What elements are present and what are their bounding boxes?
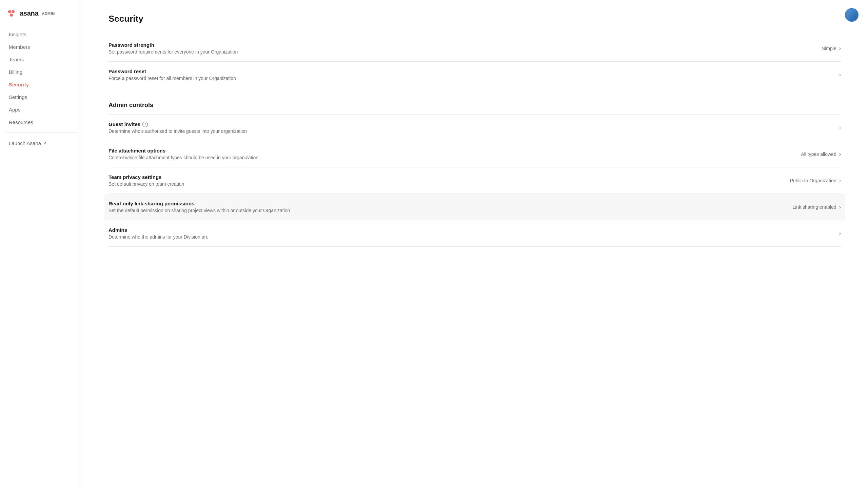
team-privacy-settings-left: Team privacy settingsSet default privacy… [108, 174, 787, 187]
sidebar-item-settings[interactable]: Settings [4, 91, 77, 103]
asana-dots-icon [8, 10, 18, 17]
guest-invites-right: › [787, 125, 841, 131]
password-strength-chevron: › [839, 45, 841, 52]
admins-row[interactable]: AdminsDetermine who the admins for your … [108, 220, 841, 247]
team-privacy-settings-right: Public to Organization› [787, 178, 841, 184]
sidebar-item-members[interactable]: Members [4, 41, 77, 53]
team-privacy-settings-title: Team privacy settings [108, 174, 787, 180]
read-only-link-sharing-right: Link sharing enabled› [787, 204, 841, 210]
asana-logo: asana [8, 9, 38, 17]
admin-controls-rows: Guest invitesiDetermine who's authorized… [108, 114, 841, 247]
user-avatar[interactable] [845, 8, 859, 22]
launch-asana-label: Launch Asana [9, 140, 41, 146]
password-reset-right: › [787, 72, 841, 78]
guest-invites-left: Guest invitesiDetermine who's authorized… [108, 121, 787, 134]
sidebar-item-teams[interactable]: Teams [4, 53, 77, 66]
password-reset-chevron: › [839, 72, 841, 78]
dot-bottom [10, 14, 13, 17]
guest-invites-info-icon: i [142, 122, 148, 127]
admin-badge: ADMIN [42, 12, 55, 16]
password-strength-right: Simple › [787, 45, 841, 52]
read-only-link-sharing-left: Read-only link sharing permissionsSet th… [108, 201, 787, 213]
asana-wordmark: asana [20, 9, 38, 17]
admins-left: AdminsDetermine who the admins for your … [108, 227, 787, 240]
read-only-link-sharing-row[interactable]: Read-only link sharing permissionsSet th… [104, 194, 845, 220]
sidebar-divider [4, 133, 77, 133]
logo-area: asana ADMIN [0, 0, 81, 28]
admins-right: › [787, 230, 841, 237]
password-reset-left: Password reset Force a password reset fo… [108, 68, 787, 81]
admins-title: Admins [108, 227, 787, 233]
sidebar-item-billing[interactable]: Billing [4, 66, 77, 78]
guest-invites-row[interactable]: Guest invitesiDetermine who's authorized… [108, 114, 841, 141]
password-reset-title: Password reset [108, 68, 787, 74]
sidebar-item-resources[interactable]: Resources [4, 116, 77, 128]
password-strength-value: Simple [822, 46, 836, 51]
admin-controls-section: Admin controls Guest invitesiDetermine w… [108, 102, 841, 247]
team-privacy-settings-chevron: › [839, 178, 841, 184]
page-title: Security [108, 14, 841, 24]
sidebar: asana ADMIN InsightsMembersTeamsBillingS… [0, 0, 81, 488]
sidebar-item-apps[interactable]: Apps [4, 103, 77, 116]
password-reset-desc: Force a password reset for all members i… [108, 76, 787, 81]
password-strength-left: Password strength Set password requireme… [108, 42, 787, 55]
file-attachment-options-chevron: › [839, 151, 841, 157]
launch-asana-link[interactable]: Launch Asana ↗ [4, 137, 77, 149]
main-nav: InsightsMembersTeamsBillingSecuritySetti… [0, 28, 81, 128]
file-attachment-options-desc: Control which file attachment types shou… [108, 155, 787, 160]
password-strength-row[interactable]: Password strength Set password requireme… [108, 35, 841, 62]
user-avatar-area [845, 8, 859, 22]
read-only-link-sharing-title: Read-only link sharing permissions [108, 201, 787, 206]
admins-chevron: › [839, 230, 841, 237]
avatar-image [845, 8, 859, 22]
file-attachment-options-right: All types allowed› [787, 151, 841, 157]
password-strength-desc: Set password requirements for everyone i… [108, 49, 787, 55]
team-privacy-settings-row[interactable]: Team privacy settingsSet default privacy… [108, 167, 841, 194]
password-section: Password strength Set password requireme… [108, 35, 841, 88]
admin-controls-heading: Admin controls [108, 102, 841, 109]
read-only-link-sharing-chevron: › [839, 204, 841, 210]
guest-invites-desc: Determine who's authorized to invite gue… [108, 128, 787, 134]
dot-top-left [8, 10, 11, 13]
file-attachment-options-title: File attachment options [108, 148, 787, 154]
main-content: Security Password strength Set password … [81, 0, 868, 488]
guest-invites-title: Guest invitesi [108, 121, 787, 127]
external-link-icon: ↗ [43, 141, 46, 146]
guest-invites-chevron: › [839, 125, 841, 131]
team-privacy-settings-value: Public to Organization [790, 178, 836, 183]
file-attachment-options-value: All types allowed [801, 151, 836, 157]
admins-desc: Determine who the admins for your Divisi… [108, 234, 787, 240]
team-privacy-settings-desc: Set default privacy on team creation [108, 181, 787, 187]
password-reset-row[interactable]: Password reset Force a password reset fo… [108, 62, 841, 88]
sidebar-item-security[interactable]: Security [4, 78, 77, 91]
read-only-link-sharing-value: Link sharing enabled [792, 204, 836, 210]
sidebar-item-insights[interactable]: Insights [4, 28, 77, 41]
file-attachment-options-row[interactable]: File attachment optionsControl which fil… [108, 141, 841, 167]
password-strength-title: Password strength [108, 42, 787, 48]
file-attachment-options-left: File attachment optionsControl which fil… [108, 148, 787, 160]
read-only-link-sharing-desc: Set the default permission on sharing pr… [108, 208, 787, 213]
dot-top-right [12, 10, 15, 13]
